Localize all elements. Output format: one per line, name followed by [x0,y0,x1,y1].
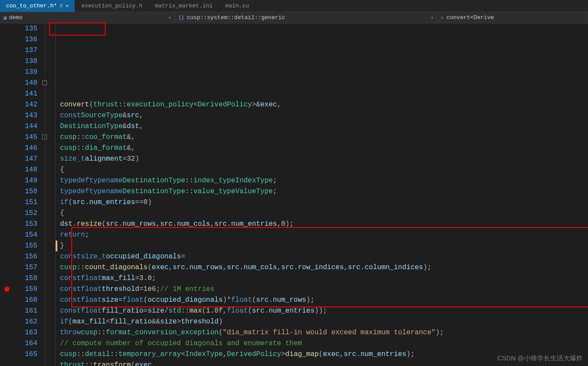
code-line[interactable]: constfloatthreshold=1e6;// 1M entries [60,284,588,295]
code-line[interactable]: constfloatmax_fill=3.0; [60,273,588,284]
code-line[interactable]: throwcusp::format_conversion_exception("… [60,327,588,338]
nav-scope-namespace[interactable]: {} cusp::system::detail::generic ▾ [175,12,437,23]
nav-scope-project[interactable]: ◪ demo ▾ [0,12,175,23]
namespace-icon: {} [178,15,184,20]
code-line[interactable]: typedeftypenameDestinationType::value_ty… [60,186,588,197]
code-line[interactable]: { [60,208,588,219]
code-line[interactable]: if(src.num_entries==0) [60,197,588,208]
tab-label: matrix_market.inl [155,3,213,9]
code-line[interactable]: cusp::dia_format&, [60,143,588,154]
code-line[interactable]: constfloatsize=float(occupied_diagonals)… [60,295,588,306]
code-line[interactable]: cusp::count_diagonals(exec,src.num_rows,… [60,262,588,273]
pin-icon[interactable]: ⚲ [60,3,63,9]
tab-execution-policy[interactable]: execution_policy.h [75,0,149,12]
fold-column: −− [43,23,56,366]
code-line[interactable]: constSourceType&src, [60,110,588,121]
nav-scope-label: convert<Derive [446,14,494,21]
chevron-down-icon: ▾ [168,15,171,20]
code-line[interactable]: DestinationType&dst, [60,121,588,132]
line-number-gutter: 1351361371381391401411421431441451461471… [0,23,43,366]
tab-label: execution_policy.h [81,3,142,9]
tab-coo-to-other[interactable]: coo_to_other.h* ⚲ ✕ [0,0,75,12]
code-line[interactable]: dst.resize(src.num_rows,src.num_cols,src… [60,219,588,230]
code-line[interactable]: constfloatfill_ratio=size/std::max(1.0f,… [60,306,588,317]
tab-main-cu[interactable]: main.cu [219,0,256,12]
code-line[interactable]: { [60,165,588,175]
code-line[interactable]: // compute number of occupied diagonals … [60,338,588,349]
code-editor[interactable]: 1351361371381391401411421431441451461471… [0,23,588,366]
nav-scope-label: demo [9,14,23,21]
function-icon: ⟐ [441,15,444,20]
code-line[interactable]: cusp::coo_format&, [60,132,588,143]
tab-label: main.cu [225,3,249,9]
code-line[interactable]: convert(thrust::execution_policy<Derived… [60,99,588,110]
code-line[interactable]: size_talignment=32) [60,154,588,165]
code-line[interactable]: constsize_toccupied_diagonals= [60,251,588,262]
nav-scope-label: cusp::system::detail::generic [187,14,285,21]
navigation-bar: ◪ demo ▾ {} cusp::system::detail::generi… [0,12,588,23]
code-line[interactable]: } [60,241,588,251]
close-icon[interactable]: ✕ [66,3,69,9]
code-line[interactable]: cusp::detail::temporary_array<IndexType,… [60,349,588,360]
code-area[interactable]: convert(thrust::execution_policy<Derived… [58,23,588,366]
tab-label: coo_to_other.h* [6,3,57,9]
nav-scope-function[interactable]: ⟐ convert<Derive [437,12,588,23]
fold-toggle[interactable]: − [42,80,47,85]
code-line[interactable]: return; [60,230,588,241]
chevron-down-icon: ▾ [431,15,433,20]
code-line[interactable]: if(max_fill<fill_ratio&&size>threshold) [60,317,588,327]
code-line[interactable]: thrust::transform(exec, [60,360,588,366]
code-line[interactable]: typedeftypenameDestinationType::index_ty… [60,175,588,186]
project-icon: ◪ [3,15,7,20]
tab-matrix-market[interactable]: matrix_market.inl [149,0,219,12]
fold-toggle[interactable]: − [42,135,47,139]
editor-tabs: coo_to_other.h* ⚲ ✕ execution_policy.h m… [0,0,588,12]
